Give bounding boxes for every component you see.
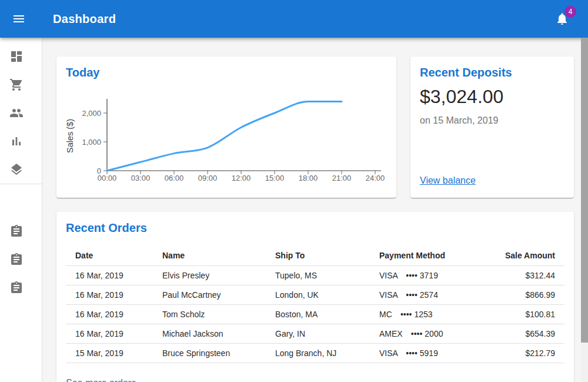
table-cell: 16 Mar, 2019	[66, 324, 153, 343]
table-cell: AMEX ⠀•••• 2000	[370, 324, 487, 343]
svg-text:09:00: 09:00	[198, 174, 218, 182]
sidebar-item-main-5[interactable]	[0, 155, 42, 184]
today-card-title: Today	[66, 66, 99, 79]
recent-orders-title: Recent Orders	[66, 221, 147, 235]
table-cell: $866.99	[487, 285, 564, 304]
sidebar-item-report-1[interactable]	[0, 217, 42, 245]
table-cell: $312.44	[487, 265, 564, 285]
app-bar: Dashboard 4	[0, 0, 588, 38]
table-row: 16 Mar, 2019Paul McCartneyLondon, UKVISA…	[66, 285, 564, 304]
table-row: 16 Mar, 2019Tom ScholzBoston, MAMC ⠀••••…	[66, 304, 564, 324]
view-balance-link[interactable]: View balance	[420, 175, 476, 186]
table-cell: Long Branch, NJ	[266, 343, 370, 363]
svg-text:0: 0	[97, 167, 101, 175]
assignment-icon	[9, 224, 24, 238]
sidebar-item-main-1[interactable]	[0, 42, 42, 71]
see-more-orders-link[interactable]: See more orders	[66, 378, 136, 382]
svg-text:2,000: 2,000	[82, 109, 101, 118]
table-cell: Boston, MA	[266, 304, 370, 324]
sidebar-item-main-4[interactable]	[0, 127, 42, 155]
table-row: 16 Mar, 2019Elvis PresleyTupelo, MSVISA …	[66, 265, 564, 285]
svg-text:1,000: 1,000	[82, 138, 101, 147]
table-cell: $654.39	[487, 324, 564, 343]
column-header: Ship To	[266, 246, 370, 265]
table-cell: Bruce Springsteen	[153, 343, 266, 363]
table-cell: $100.81	[487, 304, 564, 324]
column-header: Name	[153, 246, 266, 265]
svg-text:06:00: 06:00	[165, 174, 184, 182]
page-title: Dashboard	[53, 0, 116, 38]
recent-orders-card: Recent Orders DateNameShip ToPayment Met…	[56, 212, 574, 382]
svg-text:21:00: 21:00	[332, 174, 352, 182]
main-content: Today 00:0003:0006:0009:0012:0015:0018:0…	[42, 38, 581, 382]
table-row: 15 Mar, 2019Bruce SpringsteenLong Branch…	[66, 343, 564, 363]
table-cell: 16 Mar, 2019	[66, 304, 153, 324]
scrollbar-thumb[interactable]	[581, 38, 588, 343]
notification-badge: 4	[564, 6, 576, 18]
table-cell: 16 Mar, 2019	[66, 285, 153, 304]
table-cell: VISA ⠀•••• 3719	[370, 265, 487, 285]
deposit-date: on 15 March, 2019	[420, 115, 498, 126]
table-cell: Paul McCartney	[153, 285, 266, 304]
table-cell: MC ⠀•••• 1253	[370, 304, 487, 324]
deposit-amount: $3,024.00	[420, 86, 503, 108]
table-cell: Elvis Presley	[153, 265, 266, 285]
column-header: Sale Amount	[487, 246, 564, 265]
assignment-icon	[9, 253, 24, 267]
notifications-button[interactable]: 4	[548, 5, 576, 33]
sidebar-secondary-list	[0, 184, 42, 302]
sidebar-item-main-3[interactable]	[0, 99, 42, 127]
column-header: Payment Method	[370, 246, 487, 265]
table-cell: London, UK	[266, 285, 370, 304]
table-cell: Gary, IN	[266, 324, 370, 343]
table-cell: VISA ⠀•••• 2574	[370, 285, 487, 304]
sidebar	[0, 38, 42, 382]
sidebar-main-list	[0, 38, 42, 184]
today-card: Today 00:0003:0006:0009:0012:0015:0018:0…	[56, 57, 396, 198]
table-row: 16 Mar, 2019Michael JacksonGary, INAMEX …	[66, 324, 564, 343]
bar-chart-icon	[9, 134, 24, 148]
table-cell: 15 Mar, 2019	[66, 343, 153, 363]
recent-deposits-card: Recent Deposits $3,024.00 on 15 March, 2…	[410, 57, 574, 198]
shopping-cart-icon	[9, 78, 24, 92]
sales-series-line	[107, 101, 342, 171]
orders-table: DateNameShip ToPayment MethodSale Amount…	[66, 246, 564, 363]
table-cell: Tupelo, MS	[266, 265, 370, 285]
table-cell: 16 Mar, 2019	[66, 265, 153, 285]
menu-button[interactable]	[5, 5, 33, 33]
table-cell: Michael Jackson	[153, 324, 266, 343]
recent-deposits-title: Recent Deposits	[420, 66, 512, 79]
dashboard-icon	[9, 49, 24, 64]
table-cell: Tom Scholz	[153, 304, 266, 324]
y-axis-label: Sales ($)	[65, 119, 75, 153]
svg-text:15:00: 15:00	[265, 174, 285, 182]
hamburger-icon	[12, 12, 26, 26]
sidebar-item-report-2[interactable]	[0, 245, 42, 274]
orders-table-header-row: DateNameShip ToPayment MethodSale Amount	[66, 246, 564, 265]
svg-text:03:00: 03:00	[131, 174, 151, 182]
svg-text:12:00: 12:00	[232, 174, 251, 182]
people-icon	[9, 106, 24, 120]
table-cell: $212.79	[487, 343, 564, 363]
assignment-icon	[9, 281, 24, 295]
layers-icon	[9, 162, 24, 177]
sidebar-subheader-space	[0, 189, 42, 217]
table-cell: VISA ⠀•••• 5919	[370, 343, 487, 363]
svg-text:24:00: 24:00	[366, 174, 385, 182]
sidebar-item-main-2[interactable]	[0, 71, 42, 99]
scrollbar-track[interactable]	[581, 38, 588, 382]
svg-text:18:00: 18:00	[299, 174, 318, 182]
column-header: Date	[66, 246, 153, 265]
sidebar-item-report-3[interactable]	[0, 274, 42, 302]
sales-line-chart: 00:0003:0006:0009:0012:0015:0018:0021:00…	[56, 94, 396, 198]
